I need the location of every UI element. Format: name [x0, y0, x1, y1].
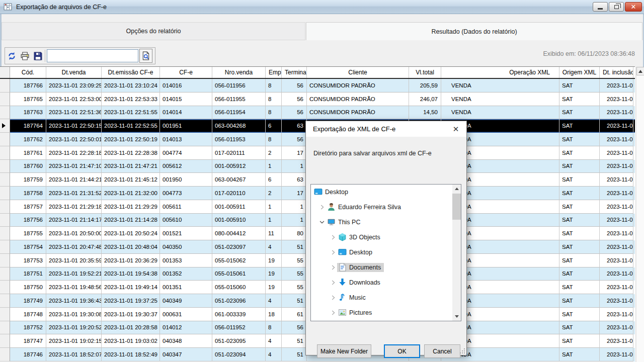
chevron-right-icon[interactable] — [329, 309, 337, 317]
table-cell: 051-023094 — [212, 348, 266, 361]
column-header-12[interactable]: Dt. inclusão — [600, 67, 633, 78]
close-button[interactable]: ✕ — [625, 2, 642, 12]
make-new-folder-button[interactable]: Make New Folder — [317, 344, 371, 358]
table-row[interactable]: 1877652023-11-01 22:53:002023-11-01 22:5… — [0, 93, 635, 106]
restore-button[interactable] — [609, 2, 624, 12]
table-cell: 6 — [266, 119, 282, 133]
table-cell: SAT — [559, 173, 600, 187]
column-header-5[interactable]: Nro.venda — [212, 67, 266, 78]
table-cell: 2023-11-01 21:44:21 — [46, 173, 102, 187]
table-cell: 55 — [282, 267, 307, 281]
chevron-right-icon[interactable] — [329, 233, 337, 241]
table-cell: 56 — [282, 79, 307, 93]
table-cell: 56 — [282, 93, 307, 106]
table-cell: 2023-11-01 — [600, 227, 633, 240]
tree-item-documents[interactable]: Documents — [311, 260, 461, 275]
table-cell: SAT — [559, 294, 600, 308]
tree-scroll-down-button[interactable] — [452, 312, 461, 321]
table-row[interactable]: 1877632023-11-01 22:51:362023-11-01 22:5… — [0, 106, 635, 120]
column-header-4[interactable]: CF-e — [160, 67, 212, 78]
grid-vertical-scrollbar[interactable] — [636, 67, 644, 362]
dialog-titlebar: Exportação de XML de CF-e — [306, 121, 466, 137]
column-header-7[interactable]: Terminal — [282, 67, 307, 78]
tree-item-music[interactable]: Music — [311, 290, 461, 305]
search-input[interactable] — [47, 49, 138, 62]
chevron-right-icon[interactable] — [329, 248, 337, 256]
table-cell: 2023-11-01 19:52:21 — [46, 267, 102, 281]
row-marker — [0, 93, 10, 106]
table-cell: 2 — [266, 187, 282, 200]
chevron-right-icon[interactable] — [329, 279, 337, 287]
table-cell: 2023-11-01 — [600, 106, 633, 120]
table-cell: 2023-11-01 19:30:08 — [46, 308, 102, 321]
table-row[interactable]: 1877662023-11-01 23:09:252023-11-01 23:1… — [0, 79, 635, 93]
dialog-resize-grip[interactable] — [460, 348, 465, 353]
column-header-6[interactable]: Emp — [266, 67, 282, 78]
table-cell: VENDA — [441, 106, 559, 120]
table-cell: 1 — [282, 214, 307, 227]
table-cell: 2023-11-01 — [600, 334, 633, 348]
minimize-button[interactable] — [593, 2, 608, 12]
chevron-right-icon[interactable] — [318, 203, 326, 211]
chevron-right-icon[interactable] — [329, 294, 337, 302]
tree-scroll-up-button[interactable] — [452, 185, 461, 193]
save-button[interactable] — [31, 49, 44, 62]
minimize-icon — [598, 8, 603, 10]
table-cell: 2023-11-01 22:53:33 — [102, 93, 160, 106]
ok-button[interactable]: OK — [384, 344, 420, 358]
grid-corner-cell — [0, 67, 10, 78]
column-header-10[interactable]: Operação XML — [441, 67, 559, 78]
music-icon — [338, 293, 347, 302]
close-icon: ✕ — [631, 4, 636, 10]
selected-row-arrow-icon — [2, 123, 6, 128]
row-marker — [0, 79, 10, 93]
tree-item-desktop[interactable]: Desktop — [311, 245, 461, 260]
tree-scrollbar[interactable] — [452, 185, 461, 321]
tab-opcoes-relatorio[interactable]: Opções do relatório — [2, 22, 305, 40]
refresh-button[interactable] — [5, 49, 18, 62]
table-cell: SAT — [559, 348, 600, 361]
table-cell: 2023-11-01 — [600, 173, 633, 187]
column-header-9[interactable]: Vl.total — [409, 67, 441, 78]
chevron-right-icon[interactable] — [329, 263, 337, 272]
tree-item-desktop[interactable]: Desktop — [311, 185, 461, 200]
chevron-up-icon — [455, 188, 459, 190]
column-header-2[interactable]: Dt.venda — [46, 67, 102, 78]
tree-item-content: Downloads — [337, 278, 383, 287]
row-marker — [0, 200, 10, 214]
tab-resultado[interactable]: Resultado (Dados do relatório) — [306, 22, 642, 40]
dialog-close-button[interactable]: ✕ — [450, 124, 461, 135]
table-cell: 2023-11-01 — [600, 281, 633, 294]
row-marker — [0, 119, 10, 133]
dialog-directory-label: Diretório para salvar arquivos xml de CF… — [313, 150, 466, 157]
table-cell: 51 — [282, 240, 307, 254]
table-cell: 2023-11-01 21:14:17 — [46, 214, 102, 227]
tree-scroll-thumb[interactable] — [452, 194, 461, 220]
column-header-1[interactable]: Cód. — [10, 67, 46, 78]
tree-item-this-pc[interactable]: This PC — [311, 215, 461, 230]
tree-item-3d-objects[interactable]: 3D Objects — [311, 230, 461, 245]
table-cell: 055-015062 — [212, 254, 266, 267]
table-cell: 001-005910 — [212, 214, 266, 227]
table-cell: 056-011956 — [212, 79, 266, 93]
tree-item-downloads[interactable]: Downloads — [311, 275, 461, 290]
table-cell: 2023-11-01 — [600, 267, 633, 281]
tree-item-content: Music — [337, 293, 369, 302]
column-header-3[interactable]: Dt.emissão CF-e — [102, 67, 160, 78]
column-header-11[interactable]: Origem XML — [559, 67, 600, 78]
cancel-button[interactable]: Cancel — [424, 344, 460, 358]
table-cell: 2023-11-01 — [600, 214, 633, 227]
table-cell: 2023-11-01 19:20:52 — [46, 321, 102, 335]
table-cell: 005610 — [160, 214, 212, 227]
preview-button[interactable] — [139, 49, 152, 63]
tab-strip: Opções do relatório Resultado (Dados do … — [2, 22, 643, 40]
column-header-8[interactable]: Cliente — [307, 67, 409, 78]
tree-item-label: Downloads — [349, 278, 383, 287]
tree-item-pictures[interactable]: Pictures — [311, 305, 461, 320]
chevron-down-icon[interactable] — [318, 218, 326, 226]
desktop-icon — [314, 188, 323, 197]
app-icon — [4, 3, 12, 11]
print-button[interactable] — [18, 49, 31, 62]
tree-item-eduardo-ferreira-silva[interactable]: Eduardo Ferreira Silva — [311, 200, 461, 215]
scroll-up-button[interactable] — [636, 67, 644, 75]
